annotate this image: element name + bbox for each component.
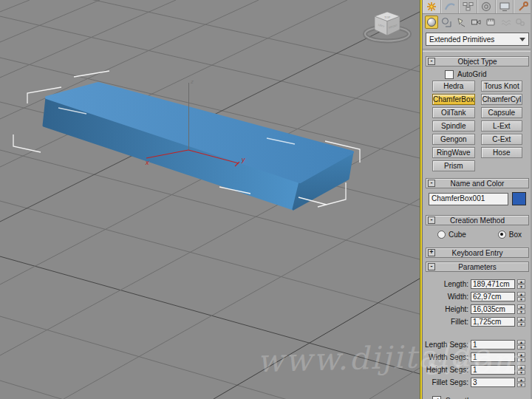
param-label: Height:: [445, 305, 468, 313]
spinner-down-icon[interactable]: ▼: [517, 370, 525, 375]
spinner-up-icon[interactable]: ▲: [517, 304, 525, 309]
height-segs-spinner[interactable]: ▲▼: [517, 365, 525, 375]
spinner-up-icon[interactable]: ▲: [517, 317, 525, 321]
category-shapes[interactable]: [440, 16, 453, 29]
chevron-down-icon: [519, 38, 525, 41]
spinner-down-icon[interactable]: ▼: [517, 297, 525, 301]
spinner-down-icon[interactable]: ▼: [517, 358, 525, 362]
height-spinner[interactable]: ▲▼: [517, 304, 525, 314]
tab-display[interactable]: [496, 0, 514, 13]
length-field[interactable]: 189,471cm: [471, 279, 515, 289]
3dsmax-window: z x y TOP LEFT FRONT www.dijitalde: [0, 0, 532, 399]
button-prism[interactable]: Prism: [432, 160, 475, 171]
create-icon: [426, 1, 437, 12]
spinner-down-icon[interactable]: ▼: [517, 284, 525, 289]
spinner-up-icon[interactable]: ▲: [517, 365, 525, 369]
collapse-toggle[interactable]: -: [428, 263, 435, 270]
width-field[interactable]: 62,97cm: [471, 292, 515, 301]
width-spinner[interactable]: ▲▼: [517, 292, 525, 301]
tab-motion[interactable]: [477, 0, 496, 13]
collapse-toggle[interactable]: -: [428, 180, 435, 187]
z-axis-label: z: [190, 78, 194, 85]
dropdown-value: Extended Primitives: [429, 35, 494, 44]
systems-icon: [515, 17, 525, 27]
width-segs-field[interactable]: 1: [471, 352, 515, 362]
geometry-sphere-icon: [426, 17, 437, 27]
rollout-object-type[interactable]: - Object Type: [426, 56, 529, 66]
create-categories: [423, 14, 532, 30]
perspective-viewport[interactable]: z x y TOP LEFT FRONT www.dijitalde: [0, 0, 420, 399]
rollout-title: Keyboard Entry: [426, 249, 528, 257]
button-c-ext[interactable]: C-Ext: [481, 134, 522, 145]
category-systems[interactable]: [514, 16, 527, 29]
button-l-ext[interactable]: L-Ext: [481, 120, 522, 132]
rollout-name-and-color[interactable]: - Name and Color: [426, 178, 529, 188]
button-gengon[interactable]: Gengon: [432, 134, 475, 145]
subcategory-dropdown[interactable]: Extended Primitives: [426, 33, 529, 46]
viewcube[interactable]: TOP LEFT FRONT: [365, 12, 409, 41]
length-spinner[interactable]: ▲▼: [517, 279, 525, 289]
param-length-segs: Length Segs: 1 ▲▼: [423, 340, 525, 349]
param-height: Height: 16,035cm ▲▼: [423, 304, 525, 314]
button-hedra[interactable]: Hedra: [432, 81, 475, 92]
radio-cube[interactable]: Cube: [437, 231, 466, 239]
motion-icon: [480, 1, 492, 12]
button-hose[interactable]: Hose: [481, 147, 522, 158]
tab-create[interactable]: [423, 0, 441, 13]
fillet-segs-field[interactable]: 3: [471, 378, 515, 387]
autogrid-checkbox[interactable]: [445, 70, 454, 79]
home-grid: [0, 0, 420, 399]
fillet-segs-spinner[interactable]: ▲▼: [517, 378, 525, 387]
spinner-up-icon[interactable]: ▲: [517, 279, 525, 284]
button-torus-knot[interactable]: Torus Knot: [481, 81, 522, 92]
smooth-row: Smooth: [432, 396, 532, 399]
tab-hierarchy[interactable]: [459, 0, 477, 13]
category-cameras[interactable]: [469, 16, 482, 29]
rollout-keyboard-entry[interactable]: + Keyboard Entry: [426, 248, 529, 258]
height-field[interactable]: 16,035cm: [471, 304, 515, 314]
length-segs-spinner[interactable]: ▲▼: [517, 340, 525, 349]
spinner-up-icon[interactable]: ▲: [517, 340, 525, 344]
button-oiltank[interactable]: OilTank: [432, 107, 475, 118]
width-segs-spinner[interactable]: ▲▼: [517, 352, 525, 362]
spinner-up-icon[interactable]: ▲: [517, 352, 525, 357]
smooth-checkbox[interactable]: [432, 396, 441, 399]
collapse-toggle[interactable]: -: [428, 216, 435, 224]
spinner-up-icon[interactable]: ▲: [517, 378, 525, 382]
height-segs-field[interactable]: 1: [471, 365, 515, 375]
spinner-down-icon[interactable]: ▼: [517, 383, 525, 387]
param-label: Fillet Segs:: [432, 378, 468, 386]
chamferbox-object[interactable]: [44, 83, 352, 209]
object-name-field[interactable]: ChamferBox001: [429, 193, 508, 205]
fillet-spinner[interactable]: ▲▼: [517, 317, 525, 327]
category-lights[interactable]: [454, 16, 468, 29]
button-capsule[interactable]: Capsule: [481, 107, 522, 118]
fillet-field[interactable]: 1,725cm: [471, 317, 515, 327]
spinner-down-icon[interactable]: ▼: [517, 322, 525, 327]
viewcube-top-label: TOP: [384, 16, 390, 19]
spinner-down-icon[interactable]: ▼: [517, 310, 525, 314]
rollout-title: Name and Color: [426, 180, 528, 188]
rollout-title: Parameters: [426, 263, 528, 271]
radio-label: Box: [509, 231, 522, 239]
spinner-up-icon[interactable]: ▲: [517, 292, 525, 296]
spinner-down-icon[interactable]: ▼: [517, 345, 525, 349]
rollout-parameters[interactable]: - Parameters: [426, 262, 529, 272]
tab-modify[interactable]: [441, 0, 460, 13]
collapse-toggle[interactable]: +: [428, 249, 435, 256]
collapse-toggle[interactable]: -: [428, 58, 435, 65]
category-space-warps[interactable]: [499, 16, 512, 29]
button-ringwave[interactable]: RingWave: [432, 147, 475, 158]
tab-utilities[interactable]: [514, 0, 532, 13]
button-spindle[interactable]: Spindle: [432, 120, 475, 132]
button-chamferbox[interactable]: ChamferBox: [432, 94, 475, 105]
param-fillet: Fillet: 1,725cm ▲▼: [423, 317, 525, 327]
radio-box[interactable]: Box: [498, 231, 522, 239]
rollout-creation-method[interactable]: - Creation Method: [426, 215, 529, 225]
length-segs-field[interactable]: 1: [471, 340, 515, 349]
category-geometry[interactable]: [425, 16, 438, 29]
button-chamfercyl[interactable]: ChamferCyl: [481, 94, 522, 105]
category-helpers[interactable]: [484, 16, 497, 29]
rollout-title: Creation Method: [426, 216, 528, 225]
object-color-swatch[interactable]: [512, 192, 526, 205]
